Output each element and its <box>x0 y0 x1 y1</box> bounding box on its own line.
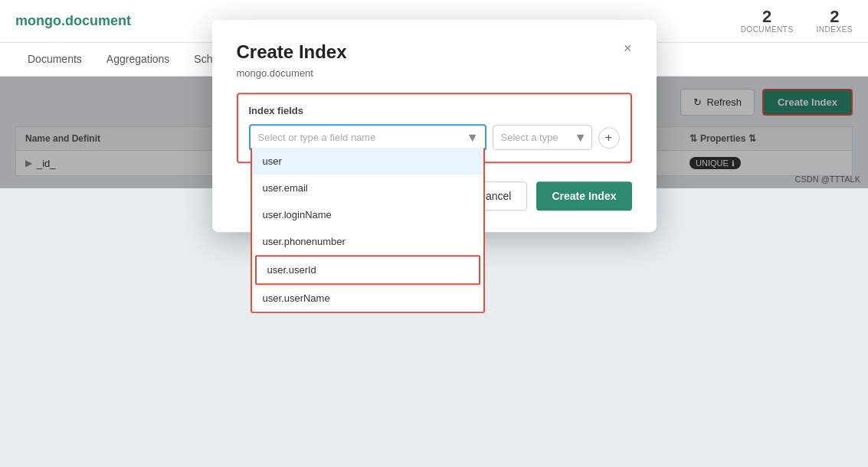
dropdown-item-user-loginname[interactable]: user.loginName <box>252 201 483 228</box>
field-select-wrapper: Select or type a field name ▼ user user.… <box>249 124 486 151</box>
modal-title: Create Index <box>237 41 347 63</box>
type-select[interactable]: Select a type <box>493 126 591 149</box>
add-field-button[interactable]: + <box>598 127 620 149</box>
app-title: mongo.document <box>15 13 131 29</box>
stat-indexes: 2 INDEXES <box>817 8 853 34</box>
indexes-label: INDEXES <box>817 25 853 34</box>
dropdown-item-user-username[interactable]: user.userName <box>252 285 483 312</box>
dropdown-item-user[interactable]: user <box>252 148 483 175</box>
index-fields-label: Index fields <box>249 105 620 116</box>
stat-documents: 2 DOCUMENTS <box>741 8 794 34</box>
app-title-part2: .document <box>61 13 131 28</box>
index-fields-section: Index fields Select or type a field name… <box>237 93 632 163</box>
create-index-modal: Create Index × mongo.document Index fiel… <box>212 20 657 232</box>
field-row: Select or type a field name ▼ user user.… <box>249 124 620 151</box>
field-dropdown: user user.email user.loginName user.phon… <box>251 148 485 313</box>
app-title-part1: mongo <box>15 13 61 28</box>
tab-aggregations[interactable]: Aggregations <box>94 44 182 77</box>
indexes-count: 2 <box>817 8 853 25</box>
dropdown-item-user-userid[interactable]: user.userId <box>255 255 480 285</box>
dropdown-item-user-email[interactable]: user.email <box>252 175 483 201</box>
dropdown-item-user-phonenumber[interactable]: user.phonenumber <box>252 228 483 255</box>
main-content: ↻ Refresh Create Index Name and Definit … <box>0 77 868 188</box>
modal-header: Create Index × <box>237 41 632 63</box>
top-stats: 2 DOCUMENTS 2 INDEXES <box>741 8 853 34</box>
field-name-select[interactable]: Select or type a field name <box>251 126 485 149</box>
modal-subtitle: mongo.document <box>237 67 632 79</box>
type-select-wrapper: Select a type ▼ <box>493 125 592 150</box>
modal-close-button[interactable]: × <box>624 41 632 55</box>
create-index-button[interactable]: Create Index <box>536 181 631 211</box>
documents-label: DOCUMENTS <box>741 25 794 34</box>
documents-count: 2 <box>741 8 794 25</box>
tab-documents[interactable]: Documents <box>15 44 94 77</box>
